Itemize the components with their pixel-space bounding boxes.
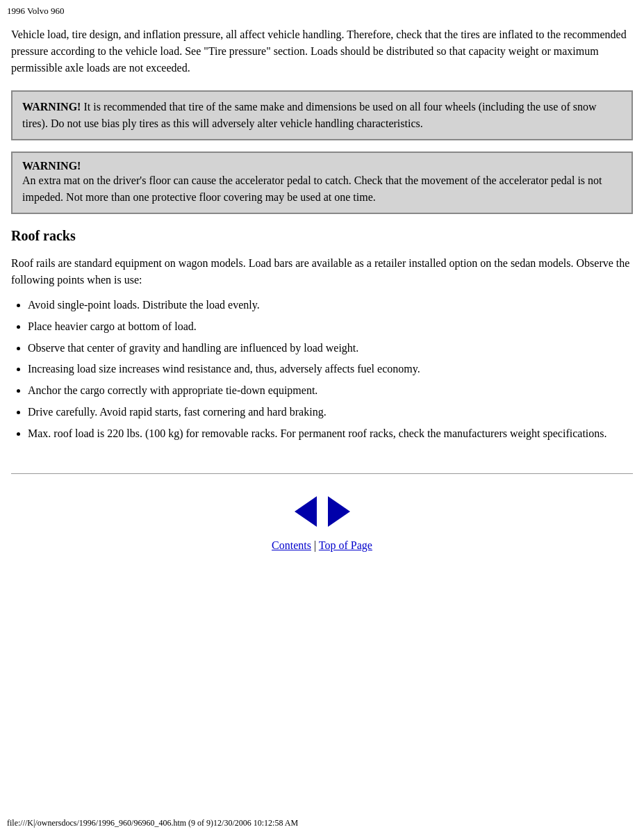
bullet-list: Avoid single-point loads. Distribute the… (28, 295, 633, 444)
prev-arrow-button[interactable] (295, 496, 317, 527)
list-item: Observe that center of gravity and handl… (28, 338, 633, 359)
list-item: Drive carefully. Avoid rapid starts, fas… (28, 402, 633, 423)
intro-paragraph: Vehicle load, tire design, and inflation… (11, 26, 633, 76)
arrow-left-icon (295, 496, 317, 527)
warning-title-1: WARNING! (22, 101, 81, 113)
section-intro: Roof rails are standard equipment on wag… (11, 255, 633, 288)
contents-link[interactable]: Contents (272, 539, 311, 551)
warning-text-1: It is recommended that tire of the same … (22, 101, 596, 129)
nav-arrows-container (0, 485, 644, 534)
arrow-right-icon (328, 496, 350, 527)
section-heading: Roof racks (11, 228, 633, 244)
page-title-bar: 1996 Volvo 960 (0, 0, 644, 19)
list-item: Place heavier cargo at bottom of load. (28, 317, 633, 337)
nav-separator: | (314, 539, 319, 551)
warning-box-1: WARNING! It is recommended that tire of … (11, 90, 633, 140)
warning-title-2: WARNING! (22, 160, 622, 172)
list-item: Max. roof load is 220 lbs. (100 kg) for … (28, 424, 633, 444)
warning-box-2: WARNING! An extra mat on the driver's fl… (11, 152, 633, 214)
main-content: Vehicle load, tire design, and inflation… (0, 19, 644, 452)
nav-links-container: Contents | Top of Page (0, 534, 644, 566)
list-item: Avoid single-point loads. Distribute the… (28, 295, 633, 316)
top-of-page-link[interactable]: Top of Page (319, 539, 372, 551)
list-item: Anchor the cargo correctly with appropri… (28, 381, 633, 401)
horizontal-rule (11, 473, 633, 474)
page-title: 1996 Volvo 960 (7, 6, 65, 16)
list-item: Increasing load size increases wind resi… (28, 359, 633, 379)
status-bar: file:///K|/ownersdocs/1996/1996_960/9696… (7, 818, 298, 828)
next-arrow-button[interactable] (328, 496, 350, 527)
warning-text-2: An extra mat on the driver's floor can c… (22, 172, 622, 206)
